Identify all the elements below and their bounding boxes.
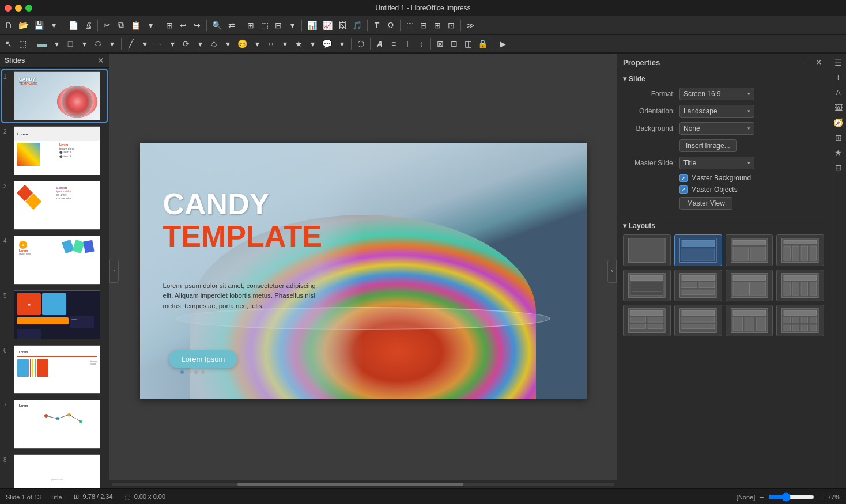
hscroll-thumb[interactable]	[237, 483, 463, 486]
layout-11[interactable]	[726, 305, 773, 336]
symbol-dropdown[interactable]: ▾	[251, 37, 263, 51]
paste-dropdown[interactable]: ▾	[144, 18, 157, 32]
save-btn[interactable]: 💾	[32, 18, 46, 32]
insert-slide[interactable]: ⊞	[431, 18, 444, 32]
textbox-btn[interactable]: ⬚	[258, 18, 271, 32]
props-close-btn[interactable]: ✕	[814, 57, 824, 67]
slide-item-3[interactable]: 3 Lorem ipsum dolor sit amet consectetur	[2, 180, 107, 231]
slides-close-button[interactable]: ✕	[97, 56, 104, 65]
grid-btn[interactable]: ⊞	[244, 18, 257, 32]
tab-select[interactable]: ⬚	[16, 37, 29, 51]
layout-6[interactable]	[674, 270, 722, 301]
layout-10[interactable]	[674, 305, 722, 336]
cta-button[interactable]: Lorem Ipsum	[169, 350, 238, 368]
ellipse-btn[interactable]: ⬭	[92, 37, 104, 51]
fontwork-btn[interactable]: A	[373, 37, 386, 51]
slide-item-8[interactable]: 8 preview	[2, 453, 107, 488]
zoom-in-btn[interactable]: +	[819, 493, 823, 501]
cut-btn[interactable]: ✂	[101, 18, 114, 32]
special-char[interactable]: Ω	[384, 18, 397, 32]
arrows-dropdown[interactable]: ▾	[166, 37, 179, 51]
callouts-dropdown[interactable]: ▾	[335, 37, 348, 51]
slides-list[interactable]: 1 CANDY TEMPLATE 2 Lorem	[0, 68, 109, 488]
navigator-icon-btn[interactable]: 🧭	[832, 116, 845, 130]
layout-8[interactable]	[776, 270, 824, 301]
findreplace-btn[interactable]: ⇄	[225, 18, 238, 32]
more-btn[interactable]: ≫	[464, 18, 477, 32]
line-btn[interactable]: ▬	[35, 37, 49, 51]
find-btn[interactable]: 🔍	[210, 18, 224, 32]
slide-item-2[interactable]: 2 Lorem Lorem ipsum dolor ⬤ item 1 ⬤ ite…	[2, 125, 107, 176]
layout-7[interactable]	[726, 270, 773, 301]
3d-btn[interactable]: ⬡	[354, 37, 367, 51]
stars-dropdown[interactable]: ▾	[306, 37, 319, 51]
close-button[interactable]	[5, 5, 12, 12]
block-dropdown[interactable]: ▾	[278, 37, 291, 51]
gallery-icon-btn[interactable]: 🖼	[832, 101, 845, 115]
rect-btn[interactable]: □	[64, 37, 77, 51]
master-background-checkbox[interactable]: ✓	[679, 174, 688, 182]
text-btn[interactable]: T	[371, 18, 383, 32]
save-dropdown[interactable]: ▾	[47, 18, 60, 32]
collapse-right-button[interactable]: ›	[607, 260, 617, 283]
crop-btn[interactable]: ⊡	[448, 37, 460, 51]
background-select[interactable]: None ▾	[679, 122, 754, 135]
layout-9[interactable]	[623, 305, 671, 336]
ellipse-dropdown[interactable]: ▾	[105, 37, 118, 51]
lock-btn[interactable]: 🔒	[475, 37, 490, 51]
layouts-section-title[interactable]: ▾ Layouts	[623, 222, 824, 230]
arrows-btn[interactable]: →	[152, 37, 165, 51]
master-view-button[interactable]: Master View	[679, 197, 732, 210]
layout-icon-btn[interactable]: ⊟	[832, 161, 845, 175]
flowchart-dropdown[interactable]: ▾	[194, 37, 206, 51]
block-arrows[interactable]: ↔	[265, 37, 277, 51]
layout-12[interactable]	[776, 305, 824, 336]
copy-btn[interactable]: ⧉	[115, 18, 127, 32]
slide-item-7[interactable]: 7 Lorem	[2, 399, 107, 450]
text-align[interactable]: ≡	[387, 37, 400, 51]
new-btn[interactable]: 🗋	[2, 18, 15, 32]
insert-slide2[interactable]: ⊡	[445, 18, 458, 32]
print-btn[interactable]: 🖨	[82, 18, 95, 32]
styles-icon-btn[interactable]: A	[832, 86, 845, 100]
line-dropdown[interactable]: ▾	[50, 37, 63, 51]
layout-4[interactable]	[776, 234, 824, 266]
slide-item-5[interactable]: 5 ★ Lorem	[2, 289, 107, 340]
text-top[interactable]: ⊤	[401, 37, 414, 51]
open-btn[interactable]: 📂	[16, 18, 31, 32]
shadow-btn[interactable]: ⊠	[434, 37, 447, 51]
symbol-btn[interactable]: 😊	[235, 37, 250, 51]
insert-chart2[interactable]: 📈	[320, 18, 335, 32]
slide-item-6[interactable]: 6 Lorem ipsumdolor	[2, 344, 107, 395]
master-objects-checkbox[interactable]: ✓	[679, 185, 688, 194]
table-btn[interactable]: ⊟	[272, 18, 285, 32]
layout-blank[interactable]	[623, 234, 671, 266]
styles2-icon-btn[interactable]: ★	[832, 146, 845, 160]
basic-shapes[interactable]: ◇	[207, 37, 220, 51]
insert-header[interactable]: ⬚	[403, 18, 416, 32]
layout-5[interactable]	[623, 270, 671, 301]
text-mid[interactable]: ↕	[415, 37, 428, 51]
basic-dropdown[interactable]: ▾	[221, 37, 234, 51]
insert-image-button[interactable]: Insert Image...	[679, 139, 737, 152]
slide-item-4[interactable]: 4 3 Lorem ipsum dolor	[2, 234, 107, 286]
layout-3[interactable]	[726, 234, 773, 266]
crop2-btn[interactable]: ◫	[462, 37, 474, 51]
format-select[interactable]: Screen 16:9 ▾	[679, 88, 754, 100]
horizontal-scrollbar[interactable]	[109, 480, 617, 488]
table-dropdown[interactable]: ▾	[286, 18, 299, 32]
paste-btn[interactable]: 📋	[129, 18, 143, 32]
clone-btn[interactable]: ⊞	[163, 18, 176, 32]
layout-title-content[interactable]	[674, 234, 722, 266]
orientation-select[interactable]: Landscape ▾	[679, 105, 754, 118]
insert-image[interactable]: 🖼	[336, 18, 349, 32]
select-btn[interactable]: ↖	[2, 37, 15, 51]
insert-media[interactable]: 🎵	[350, 18, 364, 32]
callouts-btn[interactable]: 💬	[320, 37, 334, 51]
redo-btn[interactable]: ↪	[191, 18, 203, 32]
props-minimize-btn[interactable]: –	[803, 57, 811, 67]
lines-curves[interactable]: ╱	[124, 37, 137, 51]
rect-dropdown[interactable]: ▾	[78, 37, 90, 51]
zoom-slider[interactable]	[768, 492, 814, 502]
insert-footer[interactable]: ⊟	[417, 18, 430, 32]
